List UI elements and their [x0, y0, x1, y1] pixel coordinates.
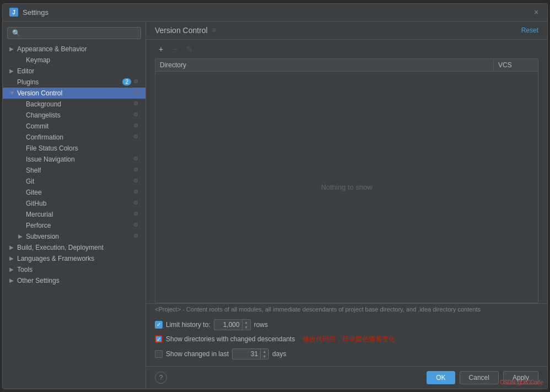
limit-history-value[interactable]	[214, 320, 242, 330]
settings-icon: ⚙	[133, 178, 141, 185]
sidebar-item-languages[interactable]: ▶ Languages & Frameworks	[3, 253, 145, 264]
watermark: CSDN @XCCode	[500, 379, 543, 385]
options-area: Limit history to: ▲ ▼ rows Show director…	[146, 315, 547, 366]
settings-icon: ⚙	[133, 233, 141, 240]
spin-up-button-2[interactable]: ▲	[261, 349, 268, 354]
add-directory-button[interactable]: +	[155, 43, 167, 55]
spin-down-button-2[interactable]: ▼	[261, 354, 268, 359]
settings-icon: ⚙	[133, 222, 141, 229]
expand-icon: ▶	[9, 266, 16, 272]
table-empty: Nothing to show	[155, 72, 538, 303]
settings-icon: ⚙	[133, 167, 141, 174]
sidebar-item-perforce[interactable]: Perforce ⚙	[3, 220, 145, 231]
help-button[interactable]: ?	[155, 372, 167, 384]
expand-icon: ▶	[9, 46, 16, 52]
title-bar: J Settings ×	[3, 4, 547, 22]
plugins-badge: 2	[122, 78, 131, 85]
sidebar-item-other-settings[interactable]: ▶ Other Settings	[3, 275, 145, 286]
sidebar-item-keymap[interactable]: Keymap	[3, 55, 145, 66]
table-header: Directory VCS	[155, 59, 538, 72]
dialog-footer: ? OK Cancel Apply	[146, 366, 547, 389]
settings-icon: ⚙	[133, 78, 141, 86]
dialog-title: Settings	[23, 8, 48, 17]
spin-down-button[interactable]: ▼	[242, 325, 250, 330]
settings-icon: ⚙	[133, 133, 141, 141]
sidebar-item-appearance[interactable]: ▶ Appearance & Behavior	[3, 44, 145, 55]
limit-history-input: ▲ ▼	[214, 319, 251, 330]
spin-buttons-2: ▲ ▼	[260, 349, 268, 359]
settings-dialog: J Settings × ▶ Appearance & Behavior Key…	[2, 3, 548, 389]
sidebar-item-confirmation[interactable]: Confirmation ⚙	[3, 132, 145, 143]
main-title: Version Control	[155, 26, 208, 35]
show-directories-annotation: 修改代码后，目录颜色随着变化	[303, 335, 395, 344]
app-icon: J	[9, 8, 18, 17]
main-panel: Version Control ≡ Reset + − ✎ Directory …	[146, 22, 547, 389]
limit-history-suffix: rows	[254, 321, 268, 329]
settings-icon: ⚙	[133, 89, 141, 97]
sidebar-item-plugins[interactable]: Plugins 2 ⚙	[3, 77, 145, 88]
main-header: Version Control ≡ Reset	[146, 22, 547, 40]
directory-table: Directory VCS Nothing to show	[155, 58, 538, 303]
settings-icon: ⚙	[133, 111, 141, 119]
sidebar-item-tools[interactable]: ▶ Tools	[3, 264, 145, 275]
show-directories-label: Show directories with changed descendant…	[166, 335, 295, 343]
sidebar-item-mercurial[interactable]: Mercurial ⚙	[3, 209, 145, 220]
spin-up-button[interactable]: ▲	[242, 320, 250, 325]
title-bar-left: J Settings	[9, 8, 48, 17]
spin-buttons: ▲ ▼	[242, 320, 250, 330]
sidebar-item-changelists[interactable]: Changelists ⚙	[3, 110, 145, 121]
settings-icon: ⚙	[133, 100, 141, 108]
limit-history-row: Limit history to: ▲ ▼ rows	[155, 319, 538, 330]
expand-icon: ▶	[9, 68, 16, 74]
content-area: ▶ Appearance & Behavior Keymap ▶ Editor …	[3, 22, 547, 389]
col-directory: Directory	[155, 59, 494, 71]
settings-icon: ⚙	[133, 211, 141, 218]
edit-directory-button[interactable]: ✎	[184, 43, 196, 55]
toolbar: + − ✎	[146, 40, 547, 58]
sidebar-item-file-status-colors[interactable]: File Status Colors	[3, 143, 145, 154]
settings-icon: ⚙	[133, 155, 141, 163]
heading-icon: ≡	[212, 26, 216, 34]
sidebar-item-build[interactable]: ▶ Build, Execution, Deployment	[3, 242, 145, 253]
footer-info: <Project> - Content roots of all modules…	[146, 303, 547, 315]
expand-icon: ▶	[9, 255, 16, 261]
main-header-left: Version Control ≡	[155, 26, 216, 35]
sidebar-item-github[interactable]: GitHub ⚙	[3, 198, 145, 209]
limit-history-label: Limit history to:	[166, 321, 211, 329]
close-button[interactable]: ×	[532, 8, 541, 17]
remove-directory-button[interactable]: −	[169, 43, 181, 55]
col-vcs: VCS	[494, 59, 538, 71]
ok-button[interactable]: OK	[427, 371, 455, 384]
show-changed-suffix: days	[272, 350, 286, 358]
search-input[interactable]	[7, 27, 141, 39]
limit-history-checkbox[interactable]	[155, 321, 163, 329]
sidebar-item-gitee[interactable]: Gitee ⚙	[3, 187, 145, 198]
sidebar-item-commit[interactable]: Commit ⚙	[3, 121, 145, 132]
expand-icon: ▶	[18, 233, 25, 239]
show-changed-value[interactable]	[233, 349, 260, 359]
sidebar-item-version-control[interactable]: ▼ Version Control ⚙	[3, 88, 145, 99]
sidebar-item-shelf[interactable]: Shelf ⚙	[3, 165, 145, 176]
settings-icon: ⚙	[133, 189, 141, 196]
sidebar-item-issue-navigation[interactable]: Issue Navigation ⚙	[3, 154, 145, 165]
sidebar-item-git[interactable]: Git ⚙	[3, 176, 145, 187]
expand-icon: ▶	[9, 277, 16, 283]
show-changed-input: ▲ ▼	[232, 348, 269, 359]
settings-icon: ⚙	[133, 200, 141, 207]
expand-icon: ▼	[9, 90, 16, 96]
show-directories-checkbox[interactable]	[155, 335, 163, 343]
sidebar-item-subversion[interactable]: ▶ Subversion ⚙	[3, 231, 145, 242]
reset-link[interactable]: Reset	[521, 26, 538, 34]
footer-left: ?	[155, 372, 422, 384]
show-changed-label: Show changed in last	[166, 350, 229, 358]
cancel-button[interactable]: Cancel	[460, 371, 499, 384]
sidebar: ▶ Appearance & Behavior Keymap ▶ Editor …	[3, 22, 146, 389]
show-changed-row: Show changed in last ▲ ▼ days	[155, 348, 538, 359]
show-changed-checkbox[interactable]	[155, 350, 163, 358]
show-directories-row: Show directories with changed descendant…	[155, 335, 538, 344]
expand-icon: ▶	[9, 244, 16, 250]
sidebar-item-background[interactable]: Background ⚙	[3, 99, 145, 110]
sidebar-item-editor[interactable]: ▶ Editor	[3, 66, 145, 77]
settings-icon: ⚙	[133, 122, 141, 130]
